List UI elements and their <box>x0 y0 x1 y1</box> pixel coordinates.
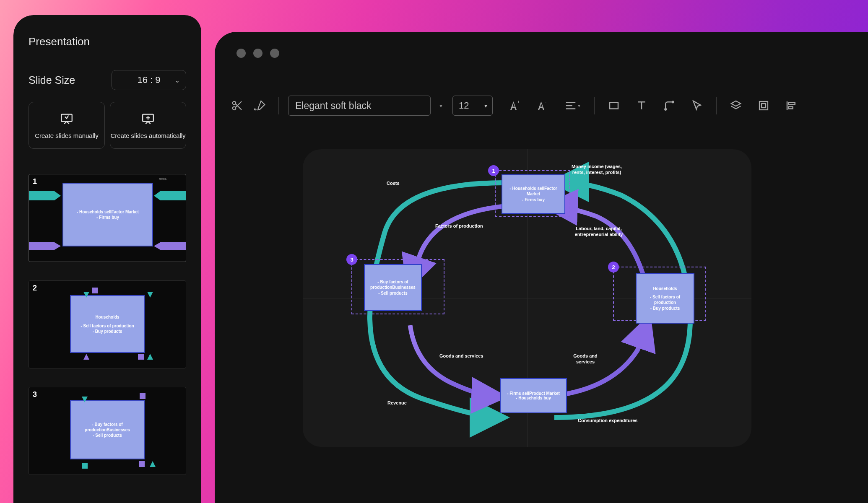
create-manual-label: Create slides manually <box>35 132 99 139</box>
svg-text:-: - <box>545 99 546 105</box>
node-badge: 3 <box>346 254 357 265</box>
svg-rect-12 <box>789 107 793 109</box>
layers-icon <box>730 99 742 112</box>
svg-rect-10 <box>761 104 766 108</box>
scissors-icon <box>231 99 244 112</box>
diagram-label: Money income (wages, rents, interest, pr… <box>569 163 624 176</box>
diagram-label: Labour, land, capital, entrepreneurial a… <box>569 226 628 238</box>
diagram-label: Revenue <box>387 400 407 406</box>
node-badge: 2 <box>608 262 619 272</box>
font-size-value: 12 <box>459 100 469 111</box>
presentation-auto-icon <box>141 112 155 126</box>
align-left-icon <box>785 99 798 112</box>
diagram-node-top[interactable]: 1 - Households sellFactor Market - Firms… <box>495 170 570 217</box>
slide-thumbnail[interactable]: 2 Households - Sell factors of productio… <box>29 280 186 368</box>
increase-font-button[interactable]: + <box>504 96 525 115</box>
slide-size-select[interactable]: 16 : 9 ⌄ <box>112 70 186 90</box>
svg-rect-9 <box>759 101 768 110</box>
slide-size-row: Slide Size 16 : 9 ⌄ <box>29 70 186 90</box>
editor-toolbar: Elegant soft black ▾ 12 ▾ + - ▾ <box>228 91 868 121</box>
group-button[interactable] <box>754 96 774 115</box>
window-dot-icon[interactable] <box>270 49 279 58</box>
layers-button[interactable] <box>726 96 746 115</box>
slide-size-value: 16 : 9 <box>137 75 160 86</box>
connector-icon <box>663 99 676 112</box>
diagram-node-bottom[interactable]: - Firms sellProduct Market - Households … <box>500 378 567 413</box>
cursor-icon <box>691 99 703 112</box>
font-increase-icon: + <box>508 99 521 112</box>
slide-canvas[interactable]: 1 - Households sellFactor Market - Firms… <box>303 149 751 447</box>
font-size-select[interactable]: 12 ▾ <box>452 96 493 116</box>
align-objects-button[interactable] <box>781 96 801 115</box>
align-button[interactable]: ▾ <box>560 96 585 115</box>
svg-point-8 <box>672 101 674 103</box>
window-dot-icon[interactable] <box>236 49 246 58</box>
svg-rect-6 <box>610 103 618 109</box>
sidebar-title: Presentation <box>29 35 186 48</box>
format-painter-button[interactable] <box>251 96 269 115</box>
font-decrease-icon: - <box>536 99 548 112</box>
connector-tool-button[interactable] <box>659 96 679 115</box>
decrease-font-button[interactable]: - <box>532 96 552 115</box>
diagram-label: Costs <box>387 180 400 186</box>
thumb-number: 1 <box>33 177 37 186</box>
shape-rect-button[interactable] <box>604 96 624 115</box>
diagram-label: Goods and services <box>569 353 602 365</box>
window-dot-icon[interactable] <box>253 49 262 58</box>
text-icon <box>635 99 648 112</box>
cut-button[interactable] <box>228 96 247 115</box>
editor-window: Elegant soft black ▾ 12 ▾ + - ▾ <box>215 32 868 503</box>
slide-thumbnail[interactable]: 3 - Buy factors of productionBusinesses … <box>29 387 186 475</box>
create-slides-manually-button[interactable]: Create slides manually <box>29 102 105 149</box>
diagram-node-right[interactable]: 2 Households - Sell factors of productio… <box>613 267 706 321</box>
thumb-number: 3 <box>33 390 37 399</box>
create-slides-automatically-button[interactable]: Create slides automatically <box>110 102 186 149</box>
diagram-label: Consumption expenditures <box>578 417 637 423</box>
svg-point-7 <box>665 109 666 110</box>
align-icon <box>564 99 577 112</box>
slide-size-label: Slide Size <box>29 74 75 86</box>
diagram-label: Factors of production <box>435 223 483 229</box>
node-badge: 1 <box>488 165 499 176</box>
rectangle-icon <box>608 99 620 112</box>
slide-thumbnail[interactable]: 1 - Households sellFactor Market - Firms… <box>29 174 186 262</box>
thumb-number: 2 <box>33 284 37 293</box>
diagram-label: Goods and services <box>439 353 483 359</box>
style-value: Elegant soft black <box>295 100 372 111</box>
presentation-manual-icon <box>60 112 74 126</box>
style-select[interactable]: Elegant soft black <box>288 96 431 116</box>
style-dropdown-button[interactable]: ▾ <box>435 102 447 109</box>
diagram-node-left[interactable]: 3 - Buy factors of productionBusinesses … <box>351 259 444 314</box>
chevron-down-icon: ⌄ <box>174 76 180 84</box>
pointer-tool-button[interactable] <box>687 96 707 115</box>
group-icon <box>757 99 770 112</box>
svg-text:+: + <box>517 99 520 104</box>
window-controls <box>236 49 279 58</box>
paint-icon <box>254 99 266 112</box>
chevron-down-icon: ▾ <box>484 102 487 109</box>
presentation-sidebar: Presentation Slide Size 16 : 9 ⌄ Create … <box>13 15 201 503</box>
slide-thumbnail-list: 1 - Households sellFactor Market - Firms… <box>29 174 186 475</box>
text-tool-button[interactable] <box>632 96 652 115</box>
create-auto-label: Create slides automatically <box>110 132 185 139</box>
svg-rect-11 <box>789 103 795 105</box>
